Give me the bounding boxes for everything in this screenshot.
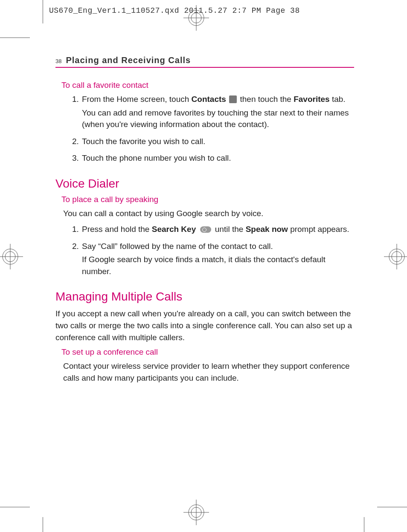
list-item: Press and hold the Search Key until the … (81, 223, 354, 235)
text: until the (213, 225, 246, 234)
registration-mark-right (384, 244, 407, 271)
heading-multiple-calls: Managing Multiple Calls (55, 290, 354, 304)
paragraph: You can call a contact by using Google s… (63, 208, 354, 220)
text: If Google search by voice finds a match,… (82, 254, 354, 277)
subheading-conference: To set up a conference call (61, 347, 354, 357)
favorite-steps: From the Home screen, touch Contacts the… (81, 93, 354, 164)
text: From the Home screen, touch (82, 95, 192, 104)
text: Press and hold the (82, 225, 152, 234)
subheading-speak: To place a call by speaking (61, 195, 354, 204)
text: Say “Call” followed by the name of the c… (82, 242, 273, 251)
crop-mark (0, 38, 30, 38)
text: prompt appears. (288, 225, 349, 234)
paragraph: If you accept a new call when you're alr… (55, 308, 354, 343)
crop-mark (43, 0, 43, 23)
crop-mark (364, 517, 364, 532)
text-bold: Speak now (246, 225, 288, 234)
chapter-title: Placing and Receiving Calls (66, 55, 191, 65)
text-bold: Search Key (152, 225, 196, 234)
text-bold: Contacts (192, 95, 226, 104)
list-item: Say “Call” followed by the name of the c… (81, 240, 354, 278)
page-header: 38 Placing and Receiving Calls (55, 55, 354, 68)
crop-mark (377, 507, 407, 507)
heading-voice-dialer: Voice Dialer (55, 177, 354, 191)
contacts-icon (229, 95, 237, 103)
list-item: From the Home screen, touch Contacts the… (81, 93, 354, 130)
subheading-favorite: To call a favorite contact (61, 81, 354, 90)
crop-mark (43, 517, 43, 532)
text: You can add and remove favorites by touc… (82, 107, 354, 130)
list-item: Touch the phone number you wish to call. (81, 152, 354, 164)
paragraph: Contact your wireless service provider t… (63, 360, 354, 384)
text: tab. (330, 95, 346, 104)
voice-steps: Press and hold the Search Key until the … (81, 223, 354, 277)
text: then touch the (238, 95, 294, 104)
registration-mark-top (183, 5, 209, 32)
page-number: 38 (55, 58, 61, 64)
crop-mark (0, 507, 30, 507)
text-bold: Favorites (294, 95, 329, 104)
print-slug: US670_Eng_Ver1.1_110527.qxd 2011.5.27 2:… (49, 6, 300, 15)
registration-mark-bottom (183, 500, 209, 527)
search-key-icon (200, 226, 211, 233)
registration-mark-left (0, 244, 23, 271)
page-content: 38 Placing and Receiving Calls To call a… (55, 55, 354, 388)
list-item: Touch the favorite you wish to call. (81, 136, 354, 147)
